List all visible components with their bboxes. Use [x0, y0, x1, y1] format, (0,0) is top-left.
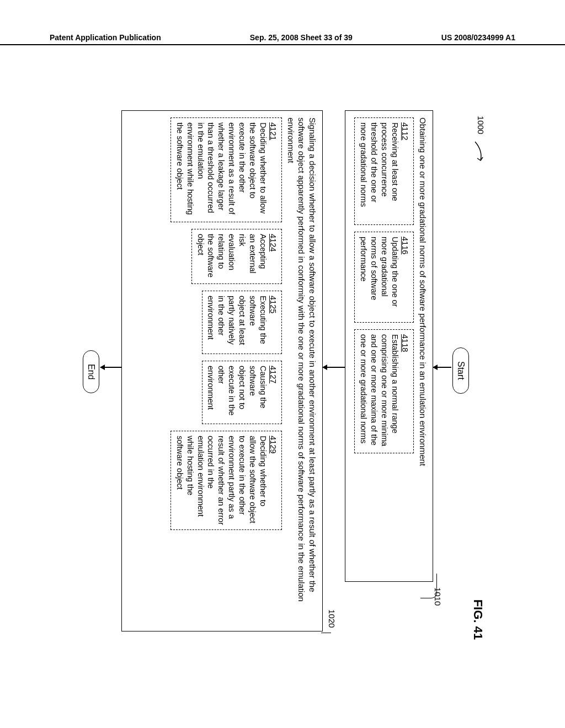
connector-arrow-icon — [433, 367, 451, 368]
substep-4112: 4112 Receiving at least one process conc… — [354, 117, 414, 225]
substep-num: 4112 — [401, 122, 410, 140]
start-terminal: Start — [452, 347, 469, 394]
substep-4121: 4121 Deciding whether to allow the softw… — [170, 117, 282, 222]
substep-4129: 4129 Deciding whether to allow the softw… — [170, 431, 282, 530]
substep-text: Receiving at least one process concurren… — [359, 122, 399, 207]
substep-num: 4116 — [401, 237, 410, 254]
substep-num: 4127 — [269, 366, 278, 383]
substep-text: Deciding whether to allow the software o… — [175, 436, 268, 525]
substep-text: Updating the one or more gradational nor… — [359, 237, 399, 307]
substep-text: Accepting an external risk evaluation re… — [196, 234, 268, 277]
step-1020-title: Signaling a decision whether to allow a … — [286, 117, 318, 624]
substep-num: 4124 — [269, 234, 278, 251]
reference-numeral-1010: 1010 — [432, 587, 443, 606]
step-box-1010: Obtaining one or more gradational norms … — [345, 110, 433, 582]
substep-4116: 4116 Updating the one or more gradationa… — [354, 232, 414, 323]
substep-4125: 4125 Executing the software object at le… — [202, 291, 282, 354]
substep-num: 4129 — [269, 436, 278, 453]
flowchart-diagram: 1000 FIG. 41 Start 1010 Obtaining one or… — [8, 168, 560, 571]
step-box-1020: Signaling a decision whether to allow a … — [121, 110, 323, 631]
start-label: Start — [456, 361, 466, 380]
substep-text: Establishing a normal range comprising o… — [359, 334, 399, 446]
page-header: Patent Application Publication Sep. 25, … — [0, 33, 565, 45]
step-1010-title: Obtaining one or more gradational norms … — [418, 117, 429, 575]
end-terminal: End — [83, 350, 99, 393]
substep-4124: 4124 Accepting an external risk evaluati… — [191, 229, 282, 284]
substep-num: 4121 — [269, 122, 278, 140]
header-left: Patent Application Publication — [50, 33, 161, 42]
substep-num: 4125 — [269, 296, 278, 313]
substep-4127: 4127 Causing the software object not to … — [202, 361, 282, 424]
reference-arrow-icon — [473, 141, 484, 163]
header-center: Sep. 25, 2008 Sheet 33 of 39 — [250, 33, 353, 42]
end-label: End — [87, 364, 96, 379]
reference-numeral-1020: 1020 — [326, 609, 337, 628]
connector-arrow-icon — [323, 367, 345, 368]
reference-numeral-1000: 1000 — [475, 116, 486, 134]
substep-num: 4118 — [401, 334, 410, 352]
substep-text: Executing the software object at least p… — [206, 296, 267, 345]
substep-text: Causing the software object not to execu… — [206, 366, 267, 415]
substep-text: Deciding whether to allow the software o… — [175, 122, 268, 215]
header-right: US 2008/0234999 A1 — [441, 33, 515, 42]
substep-4118: 4118 Establishing a normal range compris… — [354, 329, 414, 453]
connector-arrow-icon — [100, 367, 121, 368]
figure-label: FIG. 41 — [471, 599, 486, 640]
